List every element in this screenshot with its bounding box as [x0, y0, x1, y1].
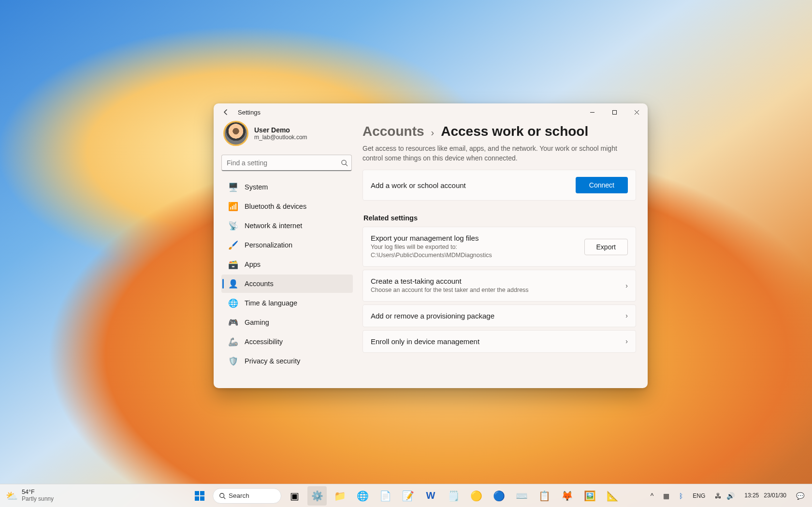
maximize-button[interactable] — [603, 103, 625, 121]
profile-email: m_lab@outlook.com — [254, 134, 307, 141]
tray-bluetooth[interactable]: ᛒ — [676, 490, 686, 502]
windows-logo-icon — [195, 491, 204, 501]
task-view-button[interactable]: ▣ — [285, 486, 304, 506]
taskbar-app-4[interactable]: 📋 — [535, 486, 554, 506]
chrome-icon: 🔵 — [493, 490, 505, 502]
card-subtitle: Your log files will be exported to: C:\U… — [371, 243, 530, 260]
sidebar: User Demo m_lab@outlook.com 🖥️ System 📶 — [214, 121, 359, 388]
chevron-right-icon: › — [625, 282, 628, 290]
weather-icon: ⛅ — [6, 490, 18, 502]
bluetooth-icon: ᛒ — [679, 492, 683, 500]
add-account-title: Add a work or school account — [371, 181, 466, 189]
taskbar-app-terminal[interactable]: ⌨️ — [512, 486, 531, 506]
settings-window: Settings User Demo — [214, 103, 648, 388]
sidebar-item-time[interactable]: 🌐 Time & language — [221, 294, 353, 312]
taskbar-app-explorer[interactable]: 📁 — [330, 486, 349, 506]
taskbar-center: Search ▣ ⚙️ 📁 🌐 📄 📝 W 🗒️ 🟡 🔵 ⌨️ 📋 🦊 🖼️ 📐 — [190, 486, 622, 506]
tray-item[interactable]: ▦ — [660, 490, 672, 502]
taskbar-app-chrome[interactable]: 🔵 — [489, 486, 508, 506]
tray-language[interactable]: ENG — [690, 491, 708, 501]
card-title: Create a test-taking account — [371, 277, 529, 285]
sidebar-item-label: Accounts — [245, 280, 274, 288]
volume-icon: 🔊 — [726, 492, 735, 500]
tray-date: 23/01/30 — [764, 492, 786, 499]
test-account-card[interactable]: Create a test-taking account Choose an a… — [362, 270, 636, 302]
folder-icon: 📁 — [334, 490, 346, 502]
sidebar-item-label: Accessibility — [245, 338, 283, 346]
taskbar: ⛅ 54°F Partly sunny Search ▣ ⚙️ 📁 🌐 📄 📝 … — [0, 484, 812, 507]
tray-quick-settings[interactable]: 🖧 🔊 — [712, 490, 738, 502]
provisioning-card[interactable]: Add or remove a provisioning package › — [362, 304, 636, 327]
search-icon — [219, 493, 226, 499]
tray-notifications[interactable]: 💬 — [793, 490, 807, 502]
close-button[interactable] — [625, 103, 648, 121]
app-icon: 📄 — [379, 490, 392, 502]
sidebar-item-accounts[interactable]: 👤 Accounts — [221, 275, 353, 293]
card-title: Enroll only in device management — [371, 337, 479, 346]
sidebar-item-label: Bluetooth & devices — [245, 203, 306, 210]
card-title: Export your management log files — [371, 234, 530, 242]
maximize-icon — [612, 110, 617, 115]
tray-overflow[interactable]: ^ — [648, 490, 657, 502]
taskbar-app-notepad[interactable]: 📝 — [398, 486, 418, 506]
back-button[interactable] — [220, 107, 231, 117]
search-wrap — [221, 155, 352, 171]
taskbar-app-settings[interactable]: ⚙️ — [307, 486, 327, 506]
card-subtitle: Choose an account for the test taker and… — [371, 286, 529, 294]
taskbar-app-1[interactable]: 📄 — [376, 486, 395, 506]
minimize-button[interactable] — [581, 103, 603, 121]
accessibility-icon: 🦾 — [228, 337, 238, 347]
sidebar-item-accessibility[interactable]: 🦾 Accessibility — [221, 333, 353, 351]
breadcrumb: Accounts › Access work or school — [362, 124, 636, 139]
globe-icon: 🌐 — [228, 298, 238, 308]
chevron-right-icon: › — [625, 337, 628, 345]
start-button[interactable] — [190, 486, 209, 506]
app-title: Settings — [238, 109, 261, 116]
sidebar-item-label: Apps — [245, 261, 261, 268]
search-icon — [341, 159, 348, 167]
taskbar-app-2[interactable]: 🗒️ — [444, 486, 463, 506]
profile-card[interactable]: User Demo m_lab@outlook.com — [221, 121, 354, 153]
taskbar-app-firefox[interactable]: 🦊 — [557, 486, 577, 506]
main-content: Accounts › Access work or school Get acc… — [359, 121, 648, 388]
network-icon: 🖧 — [715, 492, 722, 500]
taskbar-app-word[interactable]: W — [421, 486, 440, 506]
page-title: Access work or school — [441, 124, 588, 139]
task-view-icon: ▣ — [290, 490, 299, 502]
connect-button[interactable]: Connect — [576, 177, 628, 193]
tray-clock[interactable]: 13:25 23/01/30 — [741, 490, 789, 501]
shield-icon: 🛡️ — [228, 356, 238, 366]
weather-temp: 54°F — [22, 489, 54, 496]
taskbar-app-3[interactable]: 🟡 — [466, 486, 486, 506]
chevron-up-icon: ^ — [651, 492, 654, 500]
sidebar-item-network[interactable]: 📡 Network & internet — [221, 217, 353, 235]
titlebar[interactable]: Settings — [214, 103, 648, 121]
search-input[interactable] — [221, 155, 352, 171]
gear-icon: ⚙️ — [311, 490, 323, 502]
sidebar-item-system[interactable]: 🖥️ System — [221, 178, 353, 196]
app-icon: 📋 — [538, 490, 551, 502]
taskbar-app-5[interactable]: 🖼️ — [580, 486, 599, 506]
breadcrumb-parent[interactable]: Accounts — [362, 124, 424, 139]
system-tray: ^ ▦ ᛒ ENG 🖧 🔊 13:25 23/01/30 💬 — [648, 484, 807, 507]
sidebar-nav: 🖥️ System 📶 Bluetooth & devices 📡 Networ… — [221, 178, 354, 370]
gamepad-icon: 🎮 — [228, 318, 238, 327]
wifi-icon: 📡 — [228, 221, 238, 231]
taskbar-search[interactable]: Search — [213, 488, 281, 504]
sidebar-item-privacy[interactable]: 🛡️ Privacy & security — [221, 352, 353, 370]
taskbar-app-edge[interactable]: 🌐 — [353, 486, 372, 506]
bluetooth-icon: 📶 — [228, 202, 238, 211]
enroll-card[interactable]: Enroll only in device management › — [362, 330, 636, 353]
taskbar-weather[interactable]: ⛅ 54°F Partly sunny — [6, 484, 54, 507]
sidebar-item-apps[interactable]: 🗃️ Apps — [221, 255, 353, 274]
export-button[interactable]: Export — [584, 239, 628, 255]
add-account-card: Add a work or school account Connect — [362, 170, 636, 201]
firefox-icon: 🦊 — [561, 490, 573, 502]
taskbar-app-6[interactable]: 📐 — [603, 486, 622, 506]
weather-condition: Partly sunny — [22, 496, 54, 502]
bell-icon: 💬 — [796, 492, 804, 500]
sidebar-item-personalization[interactable]: 🖌️ Personalization — [221, 236, 353, 254]
desktop: Settings User Demo — [0, 0, 812, 507]
sidebar-item-bluetooth[interactable]: 📶 Bluetooth & devices — [221, 197, 353, 216]
sidebar-item-gaming[interactable]: 🎮 Gaming — [221, 313, 353, 332]
